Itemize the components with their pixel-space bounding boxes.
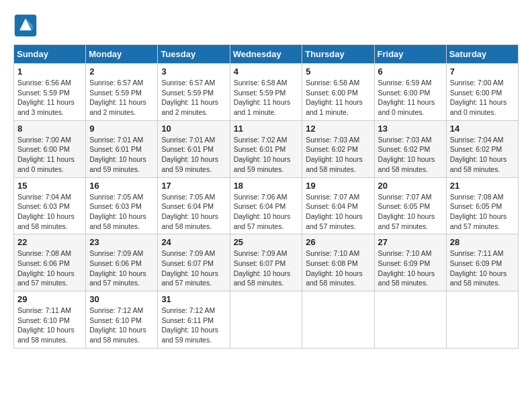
day-number: 24	[161, 237, 226, 247]
day-number: 14	[450, 124, 515, 134]
calendar-cell: 27Sunrise: 7:10 AM Sunset: 6:09 PM Dayli…	[374, 234, 446, 291]
day-number: 18	[234, 181, 299, 191]
day-info: Sunrise: 7:00 AM Sunset: 6:00 PM Dayligh…	[450, 78, 515, 118]
day-info: Sunrise: 7:10 AM Sunset: 6:09 PM Dayligh…	[378, 248, 443, 288]
calendar-cell: 19Sunrise: 7:07 AM Sunset: 6:04 PM Dayli…	[302, 177, 374, 234]
calendar-cell: 11Sunrise: 7:02 AM Sunset: 6:01 PM Dayli…	[230, 120, 302, 177]
calendar-cell: 7Sunrise: 7:00 AM Sunset: 6:00 PM Daylig…	[446, 64, 518, 121]
calendar-cell: 16Sunrise: 7:05 AM Sunset: 6:03 PM Dayli…	[86, 177, 158, 234]
calendar-cell: 28Sunrise: 7:11 AM Sunset: 6:09 PM Dayli…	[446, 234, 518, 291]
calendar-cell	[374, 291, 446, 349]
calendar-cell: 3Sunrise: 6:57 AM Sunset: 5:59 PM Daylig…	[158, 64, 230, 121]
calendar-cell: 23Sunrise: 7:09 AM Sunset: 6:06 PM Dayli…	[86, 234, 158, 291]
day-info: Sunrise: 7:08 AM Sunset: 6:05 PM Dayligh…	[450, 192, 515, 232]
day-info: Sunrise: 7:08 AM Sunset: 6:06 PM Dayligh…	[17, 248, 82, 288]
day-info: Sunrise: 7:09 AM Sunset: 6:07 PM Dayligh…	[234, 248, 299, 288]
day-info: Sunrise: 7:11 AM Sunset: 6:09 PM Dayligh…	[450, 248, 515, 288]
day-info: Sunrise: 7:06 AM Sunset: 6:04 PM Dayligh…	[234, 192, 299, 232]
calendar-cell: 21Sunrise: 7:08 AM Sunset: 6:05 PM Dayli…	[446, 177, 518, 234]
calendar-cell: 26Sunrise: 7:10 AM Sunset: 6:08 PM Dayli…	[302, 234, 374, 291]
day-info: Sunrise: 7:12 AM Sunset: 6:11 PM Dayligh…	[161, 306, 226, 345]
calendar-cell: 30Sunrise: 7:12 AM Sunset: 6:10 PM Dayli…	[86, 291, 158, 349]
calendar-cell: 31Sunrise: 7:12 AM Sunset: 6:11 PM Dayli…	[158, 291, 230, 349]
calendar-cell: 4Sunrise: 6:58 AM Sunset: 5:59 PM Daylig…	[230, 64, 302, 121]
calendar-cell: 8Sunrise: 7:00 AM Sunset: 6:00 PM Daylig…	[14, 120, 86, 177]
calendar-cell: 25Sunrise: 7:09 AM Sunset: 6:07 PM Dayli…	[230, 234, 302, 291]
calendar-cell: 15Sunrise: 7:04 AM Sunset: 6:03 PM Dayli…	[14, 177, 86, 234]
calendar-cell: 10Sunrise: 7:01 AM Sunset: 6:01 PM Dayli…	[158, 120, 230, 177]
page-header	[13, 13, 519, 38]
day-info: Sunrise: 7:05 AM Sunset: 6:03 PM Dayligh…	[89, 192, 154, 232]
calendar-cell: 1Sunrise: 6:56 AM Sunset: 5:59 PM Daylig…	[14, 64, 86, 121]
day-number: 15	[17, 181, 82, 191]
day-number: 5	[306, 66, 370, 77]
day-number: 17	[161, 181, 226, 191]
day-number: 8	[17, 124, 82, 134]
day-number: 11	[234, 124, 299, 134]
day-info: Sunrise: 7:12 AM Sunset: 6:10 PM Dayligh…	[89, 306, 154, 345]
day-info: Sunrise: 7:03 AM Sunset: 6:02 PM Dayligh…	[306, 135, 370, 175]
weekday-header: Tuesday	[158, 45, 230, 64]
day-info: Sunrise: 7:01 AM Sunset: 6:01 PM Dayligh…	[89, 135, 154, 175]
day-info: Sunrise: 6:57 AM Sunset: 5:59 PM Dayligh…	[161, 78, 226, 118]
day-info: Sunrise: 7:05 AM Sunset: 6:04 PM Dayligh…	[161, 192, 226, 232]
logo-icon	[13, 13, 38, 38]
day-info: Sunrise: 7:03 AM Sunset: 6:02 PM Dayligh…	[378, 135, 443, 175]
calendar-cell: 12Sunrise: 7:03 AM Sunset: 6:02 PM Dayli…	[302, 120, 374, 177]
day-number: 30	[89, 294, 154, 304]
day-info: Sunrise: 6:58 AM Sunset: 5:59 PM Dayligh…	[234, 78, 299, 118]
day-number: 19	[306, 181, 370, 191]
day-info: Sunrise: 7:04 AM Sunset: 6:02 PM Dayligh…	[450, 135, 515, 175]
day-info: Sunrise: 6:58 AM Sunset: 6:00 PM Dayligh…	[306, 78, 370, 118]
day-number: 6	[378, 66, 443, 77]
day-number: 2	[89, 66, 154, 77]
day-number: 26	[306, 237, 370, 247]
day-info: Sunrise: 7:04 AM Sunset: 6:03 PM Dayligh…	[17, 192, 82, 232]
day-number: 9	[89, 124, 154, 134]
weekday-header: Monday	[86, 45, 158, 64]
day-info: Sunrise: 7:00 AM Sunset: 6:00 PM Dayligh…	[17, 135, 82, 175]
calendar-cell: 18Sunrise: 7:06 AM Sunset: 6:04 PM Dayli…	[230, 177, 302, 234]
calendar-header-row: SundayMondayTuesdayWednesdayThursdayFrid…	[14, 45, 519, 64]
day-info: Sunrise: 7:01 AM Sunset: 6:01 PM Dayligh…	[161, 135, 226, 175]
day-number: 29	[17, 294, 82, 304]
day-info: Sunrise: 7:09 AM Sunset: 6:07 PM Dayligh…	[161, 248, 226, 288]
day-info: Sunrise: 7:07 AM Sunset: 6:05 PM Dayligh…	[378, 192, 443, 232]
day-number: 16	[89, 181, 154, 191]
day-number: 12	[306, 124, 370, 134]
day-info: Sunrise: 6:59 AM Sunset: 6:00 PM Dayligh…	[378, 78, 443, 118]
day-number: 31	[161, 294, 226, 304]
day-number: 22	[17, 237, 82, 247]
day-info: Sunrise: 6:57 AM Sunset: 5:59 PM Dayligh…	[89, 78, 154, 118]
calendar-cell: 6Sunrise: 6:59 AM Sunset: 6:00 PM Daylig…	[374, 64, 446, 121]
calendar-week-row: 29Sunrise: 7:11 AM Sunset: 6:10 PM Dayli…	[14, 291, 519, 349]
calendar-cell: 5Sunrise: 6:58 AM Sunset: 6:00 PM Daylig…	[302, 64, 374, 121]
day-number: 1	[17, 66, 82, 77]
day-number: 7	[450, 66, 515, 77]
calendar-cell	[446, 291, 518, 349]
weekday-header: Friday	[374, 45, 446, 64]
calendar-cell	[302, 291, 374, 349]
weekday-header: Thursday	[302, 45, 374, 64]
calendar-cell: 14Sunrise: 7:04 AM Sunset: 6:02 PM Dayli…	[446, 120, 518, 177]
logo	[13, 13, 40, 38]
calendar-cell: 24Sunrise: 7:09 AM Sunset: 6:07 PM Dayli…	[158, 234, 230, 291]
day-info: Sunrise: 7:10 AM Sunset: 6:08 PM Dayligh…	[306, 248, 370, 288]
day-info: Sunrise: 6:56 AM Sunset: 5:59 PM Dayligh…	[17, 78, 82, 118]
weekday-header: Sunday	[14, 45, 86, 64]
calendar-week-row: 22Sunrise: 7:08 AM Sunset: 6:06 PM Dayli…	[14, 234, 519, 291]
weekday-header: Saturday	[446, 45, 518, 64]
calendar-week-row: 15Sunrise: 7:04 AM Sunset: 6:03 PM Dayli…	[14, 177, 519, 234]
calendar-cell: 2Sunrise: 6:57 AM Sunset: 5:59 PM Daylig…	[86, 64, 158, 121]
calendar-cell	[230, 291, 302, 349]
weekday-header: Wednesday	[230, 45, 302, 64]
day-number: 28	[450, 237, 515, 247]
day-info: Sunrise: 7:09 AM Sunset: 6:06 PM Dayligh…	[89, 248, 154, 288]
calendar-week-row: 8Sunrise: 7:00 AM Sunset: 6:00 PM Daylig…	[14, 120, 519, 177]
calendar-cell: 22Sunrise: 7:08 AM Sunset: 6:06 PM Dayli…	[14, 234, 86, 291]
day-info: Sunrise: 7:07 AM Sunset: 6:04 PM Dayligh…	[306, 192, 370, 232]
day-number: 10	[161, 124, 226, 134]
day-number: 20	[378, 181, 443, 191]
day-number: 4	[234, 66, 299, 77]
day-info: Sunrise: 7:02 AM Sunset: 6:01 PM Dayligh…	[234, 135, 299, 175]
